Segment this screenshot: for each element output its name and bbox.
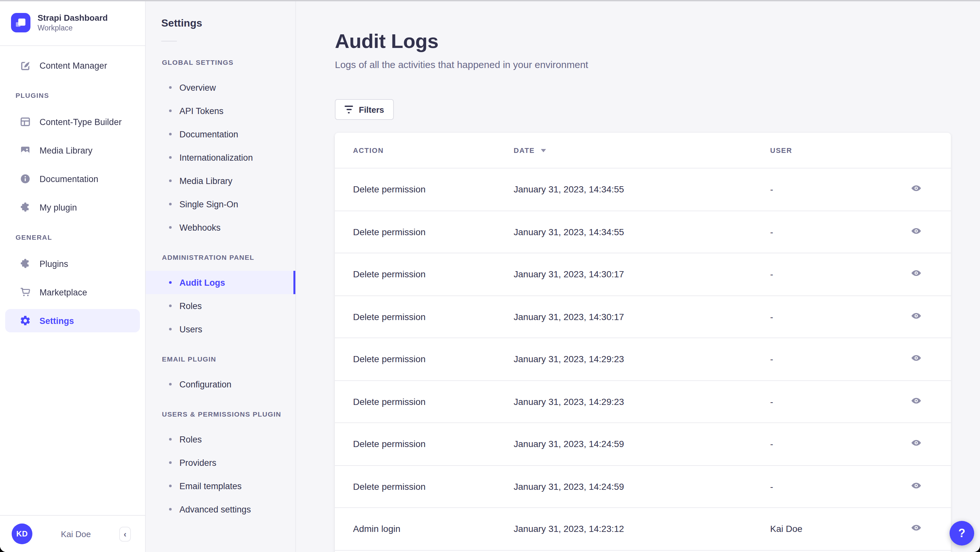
sidebar-item-marketplace[interactable]: Marketplace xyxy=(5,280,140,304)
view-log-button[interactable] xyxy=(907,350,925,368)
table-row[interactable]: Delete permission January 31, 2023, 14:3… xyxy=(335,211,951,253)
table-row[interactable] xyxy=(335,550,951,552)
subnav-section-administration-panel: ADMINISTRATION PANEL xyxy=(146,253,295,262)
view-log-button[interactable] xyxy=(907,435,925,453)
settings-nav-item-providers[interactable]: Providers xyxy=(146,451,295,474)
sidebar-item-label: Settings xyxy=(40,316,74,326)
eye-icon xyxy=(910,226,921,239)
filters-button[interactable]: Filters xyxy=(335,99,394,120)
settings-nav-item-advanced-settings[interactable]: Advanced settings xyxy=(146,498,295,521)
cell-action: Delete permission xyxy=(353,185,514,195)
cell-user: - xyxy=(770,185,907,195)
avatar[interactable]: KD xyxy=(12,523,32,544)
table-row[interactable]: Delete permission January 31, 2023, 14:3… xyxy=(335,296,951,338)
table-header-row: ACTION DATE USER xyxy=(335,133,951,169)
page-title: Audit Logs xyxy=(335,0,980,52)
table-row[interactable]: Delete permission January 31, 2023, 14:2… xyxy=(335,423,951,466)
settings-nav-item-internationalization[interactable]: Internationalization xyxy=(146,146,295,169)
window-top-edge xyxy=(0,0,980,1)
main-nav: Content Manager PLUGINS Content-Type Bui… xyxy=(0,46,145,337)
subnav-item-label: Roles xyxy=(180,434,202,444)
view-log-button[interactable] xyxy=(907,393,925,411)
sidebar-item-my-plugin[interactable]: My plugin xyxy=(5,196,140,219)
question-mark-icon: ? xyxy=(958,527,966,540)
cell-action: Delete permission xyxy=(353,481,514,492)
table-row[interactable]: Delete permission January 31, 2023, 14:3… xyxy=(335,169,951,211)
sidebar-footer: KD Kai Doe ‹ xyxy=(0,515,145,552)
audit-logs-table: ACTION DATE USER Delete permission Janua… xyxy=(335,133,951,552)
sort-desc-icon xyxy=(541,149,546,152)
picture-icon xyxy=(19,145,31,156)
collapse-sidebar-button[interactable]: ‹ xyxy=(119,527,131,541)
cell-date: January 31, 2023, 14:29:23 xyxy=(514,396,770,407)
cell-date: January 31, 2023, 14:30:17 xyxy=(514,312,770,322)
bullet-icon xyxy=(169,383,172,385)
cell-date: January 31, 2023, 14:24:59 xyxy=(514,439,770,449)
table-row[interactable]: Delete permission January 31, 2023, 14:3… xyxy=(335,253,951,296)
column-header-action: ACTION xyxy=(353,146,514,154)
view-log-button[interactable] xyxy=(907,265,925,283)
subnav-item-label: Documentation xyxy=(180,129,239,139)
table-row[interactable]: Delete permission January 31, 2023, 14:2… xyxy=(335,466,951,508)
bullet-icon xyxy=(169,485,172,487)
settings-nav-item-configuration[interactable]: Configuration xyxy=(146,372,295,396)
help-button[interactable]: ? xyxy=(950,521,974,546)
bullet-icon xyxy=(169,328,172,331)
bullet-icon xyxy=(169,281,172,284)
view-log-button[interactable] xyxy=(907,180,925,199)
settings-nav-item-audit-logs[interactable]: Audit Logs xyxy=(146,271,295,294)
strapi-admin-window: Strapi Dashboard Workplace Content Manag… xyxy=(0,0,980,552)
settings-nav-item-up-roles[interactable]: Roles xyxy=(146,428,295,451)
table-row[interactable]: Admin login January 31, 2023, 14:23:12 K… xyxy=(335,508,951,550)
settings-nav-item-admin-users[interactable]: Users xyxy=(146,317,295,341)
bullet-icon xyxy=(169,304,172,307)
settings-nav-item-documentation[interactable]: Documentation xyxy=(146,122,295,146)
cell-date: January 31, 2023, 14:29:23 xyxy=(514,354,770,364)
column-header-date[interactable]: DATE xyxy=(514,146,770,154)
subnav-section-global-settings: GLOBAL SETTINGS xyxy=(146,58,295,67)
workspace-switcher[interactable]: Strapi Dashboard Workplace xyxy=(0,0,145,46)
subnav-item-label: Webhooks xyxy=(180,223,221,232)
subnav-item-label: Media Library xyxy=(180,176,232,186)
sidebar-item-media-library[interactable]: Media Library xyxy=(5,138,140,162)
settings-nav-item-admin-roles[interactable]: Roles xyxy=(146,294,295,317)
view-log-button[interactable] xyxy=(907,520,925,538)
bullet-icon xyxy=(169,203,172,205)
eye-icon xyxy=(910,523,921,536)
settings-nav-item-overview[interactable]: Overview xyxy=(146,76,295,99)
sidebar-item-label: Content Manager xyxy=(40,60,107,70)
settings-nav-item-email-templates[interactable]: Email templates xyxy=(146,474,295,498)
table-row[interactable]: Delete permission January 31, 2023, 14:2… xyxy=(335,338,951,381)
settings-nav-item-webhooks[interactable]: Webhooks xyxy=(146,216,295,239)
cell-user: - xyxy=(770,439,907,449)
view-log-button[interactable] xyxy=(907,477,925,496)
column-header-user: USER xyxy=(770,146,907,154)
view-log-button[interactable] xyxy=(907,223,925,241)
sidebar-item-plugins[interactable]: Plugins xyxy=(5,252,140,275)
sidebar-item-content-type-builder[interactable]: Content-Type Builder xyxy=(5,110,140,134)
cell-action: Delete permission xyxy=(353,354,514,364)
puzzle-icon xyxy=(19,258,31,269)
settings-nav-item-single-sign-on[interactable]: Single Sign-On xyxy=(146,192,295,216)
cell-action: Delete permission xyxy=(353,396,514,407)
eye-icon xyxy=(910,268,921,281)
cell-user: - xyxy=(770,354,907,364)
subnav-section-users-permissions-plugin: USERS & PERMISSIONS PLUGIN xyxy=(146,410,295,418)
cell-user: - xyxy=(770,396,907,407)
cell-action: Delete permission xyxy=(353,227,514,237)
sidebar-item-settings[interactable]: Settings xyxy=(5,309,140,332)
cell-user: - xyxy=(770,227,907,237)
settings-nav-item-media-library[interactable]: Media Library xyxy=(146,169,295,192)
settings-nav-item-api-tokens[interactable]: API Tokens xyxy=(146,99,295,122)
strapi-logo-icon xyxy=(11,13,30,32)
cell-date: January 31, 2023, 14:34:55 xyxy=(514,185,770,195)
info-circle-icon xyxy=(19,173,31,185)
sidebar-item-content-manager[interactable]: Content Manager xyxy=(5,54,140,77)
bullet-icon xyxy=(169,156,172,159)
table-row[interactable]: Delete permission January 31, 2023, 14:2… xyxy=(335,381,951,423)
bullet-icon xyxy=(169,133,172,135)
sidebar-item-documentation[interactable]: Documentation xyxy=(5,167,140,191)
sidebar-item-label: Documentation xyxy=(40,174,99,184)
subnav-item-label: Internationalization xyxy=(180,153,253,162)
view-log-button[interactable] xyxy=(907,308,925,326)
